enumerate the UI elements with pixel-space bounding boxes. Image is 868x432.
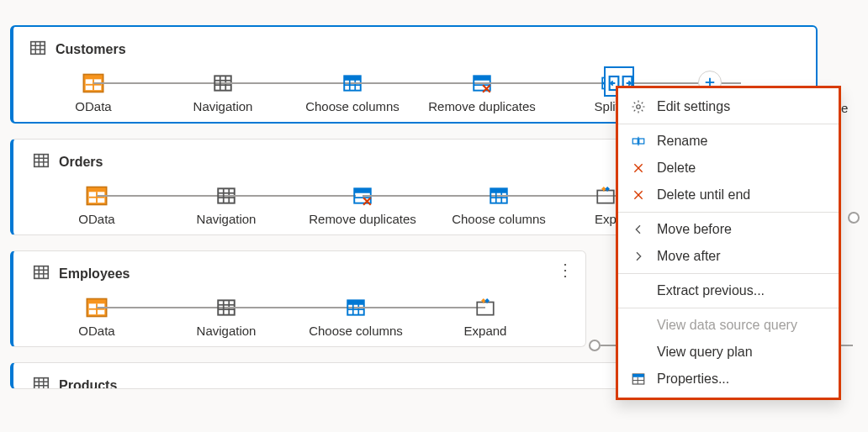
- menu-properties[interactable]: Properties...: [618, 366, 839, 392]
- chevron-right-icon: [630, 250, 647, 263]
- query-name: Orders: [59, 155, 103, 170]
- menu-move-before[interactable]: Move before: [618, 216, 839, 243]
- query-card-employees[interactable]: ⋮ Employees OData Navigation Choose colu…: [10, 250, 586, 347]
- menu-extract-previous[interactable]: Extract previous...: [618, 277, 839, 304]
- table-icon: [32, 151, 50, 173]
- step-choose-columns[interactable]: Choose columns: [434, 183, 564, 226]
- step-expand[interactable]: Expand: [421, 295, 550, 338]
- step-remove-duplicates[interactable]: Remove duplicates: [417, 71, 547, 113]
- menu-separator: [618, 124, 839, 124]
- query-name: Products: [59, 378, 117, 389]
- query-header: Employees: [32, 263, 570, 285]
- chevron-left-icon: [630, 223, 647, 236]
- query-header: Customers: [29, 39, 801, 61]
- gear-icon: [630, 99, 647, 114]
- step-choose-columns[interactable]: Choose columns: [288, 71, 417, 113]
- step-choose-columns[interactable]: Choose columns: [291, 295, 421, 338]
- table-icon: [32, 263, 50, 285]
- query-name: Customers: [56, 42, 126, 57]
- more-icon[interactable]: ⋮: [557, 261, 574, 278]
- connector-node: [848, 212, 860, 224]
- menu-delete[interactable]: Delete: [618, 155, 839, 182]
- step-navigation[interactable]: Navigation: [161, 183, 291, 226]
- menu-rename[interactable]: Rename: [618, 128, 839, 155]
- menu-separator: [618, 308, 839, 308]
- table-icon: [29, 39, 47, 61]
- step-odata[interactable]: OData: [32, 183, 161, 226]
- menu-move-after[interactable]: Move after: [618, 243, 839, 270]
- properties-icon: [630, 371, 647, 387]
- step-odata[interactable]: OData: [32, 295, 161, 338]
- steps-row: OData Navigation Choose columns Expand: [32, 295, 570, 338]
- table-icon: [32, 375, 50, 389]
- expand-icon: [593, 183, 618, 208]
- menu-separator: [618, 273, 839, 274]
- context-menu: Edit settings Rename Delete Delete until…: [616, 86, 841, 400]
- connector-node: [589, 340, 601, 351]
- query-name: Employees: [59, 266, 130, 282]
- step-remove-duplicates[interactable]: Remove duplicates: [291, 183, 434, 226]
- step-navigation[interactable]: Navigation: [158, 71, 288, 113]
- menu-separator: [618, 212, 839, 213]
- delete-icon: [630, 161, 647, 175]
- menu-delete-until-end[interactable]: Delete until end: [618, 182, 839, 208]
- menu-view-data-source: View data source query: [618, 312, 839, 339]
- step-odata[interactable]: OData: [29, 71, 158, 113]
- expand-icon: [473, 295, 498, 320]
- menu-edit-settings[interactable]: Edit settings: [618, 93, 839, 120]
- rename-icon: [630, 134, 647, 149]
- menu-view-query-plan[interactable]: View query plan: [618, 339, 839, 366]
- step-navigation[interactable]: Navigation: [161, 295, 291, 338]
- delete-icon: [630, 188, 647, 202]
